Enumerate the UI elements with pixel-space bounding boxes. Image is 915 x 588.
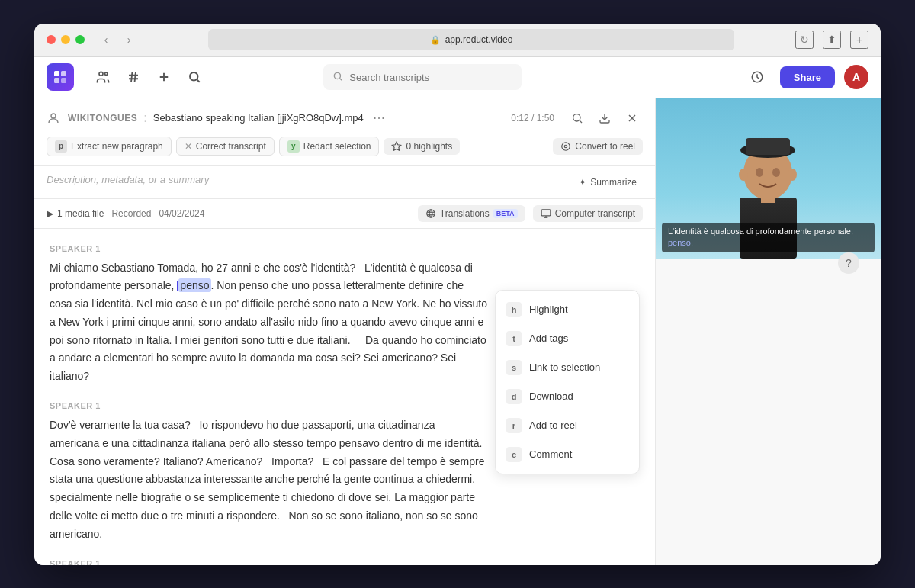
app-logo[interactable] (47, 63, 74, 91)
svg-point-23 (427, 209, 435, 217)
meta-bar-right: Translations BETA Computer transcript (418, 205, 643, 222)
browser-window: ‹ › 🔒 app.reduct.video ↻ ⬆ + (34, 24, 881, 565)
transcript-area: Speaker 1 Mi chiamo Sebastiano Tomada, h… (34, 229, 655, 565)
forward-button[interactable]: › (120, 31, 138, 49)
fullscreen-traffic-light[interactable] (75, 35, 85, 44)
svg-point-4 (99, 72, 103, 76)
url-bar[interactable]: 🔒 app.reduct.video (208, 29, 734, 50)
doc-person-icon (47, 111, 62, 126)
speaker-label-3: Speaker 1 (50, 559, 487, 565)
svg-point-22 (565, 145, 568, 148)
add-icon-button[interactable] (150, 63, 178, 91)
doc-filename: Sebastiano speaking Italian [jjiXgRO8qDw… (153, 112, 364, 124)
close-doc-button[interactable] (621, 108, 643, 129)
convert-to-reel-button[interactable]: Convert to reel (553, 138, 643, 155)
svg-rect-1 (61, 71, 66, 76)
extract-paragraph-button[interactable]: p Extract new paragraph (47, 137, 172, 156)
share-button[interactable]: Share (780, 66, 835, 88)
addtags-label: Add tags (529, 333, 568, 344)
titlebar-actions: ↻ ⬆ + (795, 31, 868, 49)
download-doc-button[interactable] (594, 108, 615, 129)
media-file-link[interactable]: ▶ 1 media file (47, 208, 104, 219)
summarize-button[interactable]: ✦ Summarize (573, 174, 643, 191)
context-addtags-item[interactable]: t Add tags (496, 324, 639, 353)
meta-bar: ▶ 1 media file Recorded 04/02/2024 Trans… (34, 199, 655, 229)
search-doc-button[interactable] (567, 108, 588, 129)
doc-header: WIKITONGUES : Sebastiano speaking Italia… (34, 98, 655, 166)
video-container[interactable]: L'identità è qualcosa di profondamente p… (656, 98, 881, 259)
link-label: Link to selection (529, 361, 600, 373)
search-input[interactable] (349, 72, 512, 83)
transcript-paragraph-1[interactable]: Mi chiamo Sebastiano Tomada, ho 27 anni … (50, 259, 487, 387)
context-download-item[interactable]: d Download (496, 382, 639, 411)
description-input[interactable]: Description, metadata, or a summary (47, 174, 643, 185)
toolbar-icons (89, 63, 208, 91)
lock-icon: 🔒 (430, 35, 441, 45)
extract-key: p (55, 140, 67, 153)
people-icon-button[interactable] (89, 63, 117, 91)
highlights-button[interactable]: 0 highlights (384, 138, 460, 155)
context-comment-item[interactable]: c Comment (496, 440, 639, 469)
help-button[interactable]: ? (838, 252, 859, 274)
back-button[interactable]: ‹ (97, 31, 115, 49)
redact-key: y (287, 140, 300, 153)
search-bar (323, 64, 522, 90)
recorded-date: 04/02/2024 (159, 208, 204, 219)
svg-point-15 (51, 114, 56, 118)
svg-rect-3 (61, 78, 66, 83)
svg-rect-0 (54, 71, 59, 76)
speaker-label-1: Speaker 1 (50, 244, 487, 253)
app-toolbar: Share A (34, 57, 881, 98)
clock-icon-button[interactable] (743, 63, 771, 91)
redact-selection-button[interactable]: y Redact selection (279, 137, 380, 156)
main-area: WIKITONGUES : Sebastiano speaking Italia… (34, 98, 881, 565)
doc-options-button[interactable]: ⋯ (373, 111, 385, 125)
beta-badge: BETA (493, 209, 518, 218)
context-highlight-item[interactable]: h Highlight (496, 295, 639, 324)
summarize-icon: ✦ (579, 177, 586, 188)
avatar: A (844, 65, 868, 89)
search-icon-button[interactable] (181, 63, 208, 91)
hashtag-icon-button[interactable] (120, 63, 147, 91)
highlight-key: h (506, 302, 522, 317)
recorded-label: Recorded (111, 208, 151, 219)
doc-title-row: WIKITONGUES : Sebastiano speaking Italia… (47, 108, 643, 129)
new-tab-button[interactable]: + (850, 31, 868, 49)
context-menu: h Highlight t Add tags s Link to selecti… (495, 290, 640, 474)
video-caption: L'identità è qualcosa di profondamente p… (662, 223, 875, 252)
reload-button[interactable]: ↻ (795, 31, 814, 49)
traffic-lights (47, 35, 85, 44)
correct-transcript-button[interactable]: ✕ Correct transcript (176, 137, 274, 156)
close-traffic-light[interactable] (47, 35, 56, 44)
correct-close-icon: ✕ (185, 141, 192, 152)
svg-rect-34 (746, 138, 790, 155)
titlebar: ‹ › 🔒 app.reduct.video ↻ ⬆ + (34, 24, 881, 57)
comment-label: Comment (529, 448, 572, 460)
toolbar-right: Share A (743, 63, 868, 91)
svg-rect-26 (541, 209, 551, 215)
svg-point-38 (788, 169, 797, 181)
separator: : (143, 111, 146, 125)
workspace-label: WIKITONGUES (68, 113, 137, 124)
doc-time: 0:12 / 1:50 (511, 113, 554, 124)
context-link-item[interactable]: s Link to selection (496, 353, 639, 382)
arrow-icon: ▶ (47, 208, 53, 219)
download-label: Download (529, 390, 573, 402)
translations-button[interactable]: Translations BETA (418, 205, 525, 222)
svg-point-35 (756, 168, 763, 177)
share-titlebar-button[interactable]: ⬆ (823, 31, 841, 49)
minimize-traffic-light[interactable] (61, 35, 70, 44)
computer-transcript-button[interactable]: Computer transcript (533, 205, 643, 222)
svg-point-12 (190, 72, 198, 81)
svg-point-16 (573, 114, 580, 120)
description-area: ✦ Summarize Description, metadata, or a … (34, 166, 655, 199)
speaker-label-2: Speaker 1 (50, 401, 487, 410)
highlight-label: Highlight (529, 304, 568, 315)
doc-icons-right (567, 108, 643, 129)
context-addreel-item[interactable]: r Add to reel (496, 411, 639, 440)
download-key: d (506, 389, 522, 404)
svg-line-9 (135, 72, 136, 82)
transcript-paragraph-2[interactable]: Dov'è veramente la tua casa? Io risponde… (50, 416, 487, 544)
nav-arrows: ‹ › (97, 31, 138, 49)
highlighted-word: penso (178, 278, 210, 292)
